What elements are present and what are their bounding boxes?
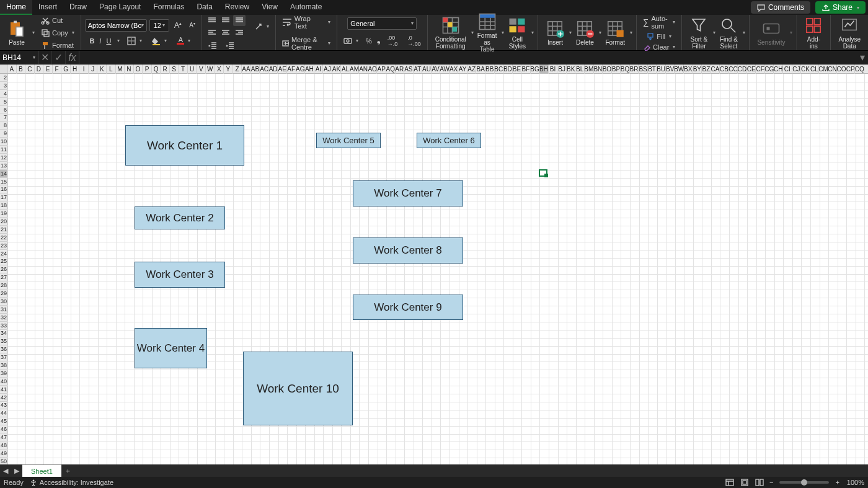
column-header[interactable]: CQ	[855, 64, 864, 74]
column-header[interactable]: CB	[720, 64, 729, 74]
row-header[interactable]: 39	[0, 370, 7, 378]
increase-decimal-button[interactable]: .00→.0	[385, 33, 401, 48]
column-header[interactable]: BP	[612, 64, 621, 74]
column-header[interactable]: W	[206, 64, 215, 74]
row-header[interactable]: 28	[0, 282, 7, 290]
align-top-center-button[interactable]	[219, 15, 232, 26]
align-top-right-button[interactable]	[233, 15, 246, 26]
row-header[interactable]: 15	[0, 178, 7, 186]
chevron-down-icon[interactable]: ▾	[743, 30, 745, 35]
column-header[interactable]: BG	[531, 64, 540, 74]
column-header[interactable]: I	[79, 64, 89, 74]
column-header[interactable]: T	[179, 64, 188, 74]
decrease-font-button[interactable]: A▾	[187, 20, 198, 30]
column-header[interactable]: A	[7, 64, 17, 74]
sheet-tab-active[interactable]: Sheet1	[22, 464, 61, 477]
menu-tab-data[interactable]: Data	[190, 0, 218, 15]
row-header[interactable]: 38	[0, 362, 7, 370]
column-header[interactable]: CJ	[792, 64, 802, 74]
column-header[interactable]: AB	[251, 64, 260, 74]
column-header[interactable]: L	[107, 64, 116, 74]
column-header[interactable]: CF	[756, 64, 765, 74]
shape-work-center[interactable]: Work Center 6	[417, 133, 481, 148]
column-header[interactable]: BU	[657, 64, 666, 74]
column-header[interactable]: CC	[729, 64, 738, 74]
view-page-break-button[interactable]	[753, 477, 766, 487]
row-header[interactable]: 7	[0, 113, 7, 122]
format-as-table-button[interactable]: Format as Table	[474, 12, 501, 53]
row-header[interactable]: 10	[0, 138, 7, 146]
column-header[interactable]: AL	[341, 64, 350, 74]
column-header[interactable]: X	[215, 64, 224, 74]
row-header[interactable]: 25	[0, 257, 7, 265]
currency-button[interactable]: ▾	[341, 35, 361, 47]
column-header[interactable]: F	[53, 64, 62, 74]
delete-cells-button[interactable]: Delete	[572, 19, 598, 46]
add-sheet-button[interactable]: ＋	[61, 464, 75, 477]
insert-function-button[interactable]: fx	[66, 51, 79, 64]
column-header[interactable]: CP	[846, 64, 856, 74]
column-header[interactable]: AJ	[323, 64, 332, 74]
row-header[interactable]: 2	[0, 74, 7, 82]
column-header[interactable]: AM	[350, 64, 360, 74]
addins-button[interactable]: Add-ins	[800, 16, 826, 50]
row-header[interactable]: 6	[0, 106, 7, 114]
column-header[interactable]: CI	[783, 64, 792, 74]
select-all-cell[interactable]	[0, 64, 7, 74]
cell-styles-button[interactable]: Cell Styles	[504, 16, 530, 50]
row-header[interactable]: 48	[0, 441, 7, 450]
column-header[interactable]: AC	[260, 64, 269, 74]
row-header[interactable]: 33	[0, 322, 7, 330]
column-header[interactable]: BT	[648, 64, 657, 74]
cut-button[interactable]: Cut	[38, 15, 77, 26]
fill-button[interactable]: Fill ▾	[644, 32, 674, 42]
percent-button[interactable]: %	[366, 37, 372, 45]
column-header[interactable]: AQ	[386, 64, 396, 74]
sort-filter-button[interactable]: Sort & Filter	[686, 16, 712, 50]
sheet-nav-prev-button[interactable]: ◀	[0, 464, 11, 477]
column-header[interactable]: CN	[828, 64, 838, 74]
column-header[interactable]: Z	[233, 64, 242, 74]
column-header[interactable]: AU	[422, 64, 432, 74]
row-header[interactable]: 49	[0, 450, 7, 458]
column-header[interactable]: BY	[693, 64, 702, 74]
column-header[interactable]: BM	[585, 64, 594, 74]
row-header[interactable]: 40	[0, 378, 7, 386]
increase-font-button[interactable]: A▴	[172, 19, 185, 31]
shape-work-center[interactable]: Work Center 2	[135, 206, 225, 229]
row-header[interactable]: 34	[0, 330, 7, 338]
row-header[interactable]: 19	[0, 210, 7, 218]
row-header[interactable]: 4	[0, 90, 7, 98]
paste-button[interactable]: Paste	[4, 19, 30, 46]
increase-indent-button[interactable]	[223, 41, 237, 51]
column-header[interactable]: AW	[440, 64, 450, 74]
borders-button[interactable]: ▾	[125, 35, 144, 47]
insert-cells-button[interactable]: Insert	[542, 19, 568, 46]
row-header[interactable]: 30	[0, 298, 7, 306]
column-header[interactable]: AX	[450, 64, 459, 74]
row-header[interactable]: 35	[0, 337, 7, 345]
column-header[interactable]: AH	[305, 64, 314, 74]
column-header[interactable]: J	[89, 64, 98, 74]
column-header[interactable]: BQ	[621, 64, 630, 74]
column-header[interactable]: O	[134, 64, 143, 74]
row-header[interactable]: 29	[0, 290, 7, 298]
analyse-data-button[interactable]: Analyse Data	[835, 16, 864, 50]
column-header[interactable]: B	[17, 64, 26, 74]
column-header[interactable]: M	[116, 64, 125, 74]
column-header[interactable]: CK	[801, 64, 810, 74]
fill-handle[interactable]	[544, 174, 548, 177]
menu-tab-formulas[interactable]: Formulas	[147, 0, 190, 15]
row-header[interactable]: 18	[0, 202, 7, 210]
column-header[interactable]: BN	[594, 64, 603, 74]
row-header[interactable]: 23	[0, 242, 7, 250]
italic-button[interactable]: I	[99, 37, 101, 45]
column-header[interactable]: BW	[675, 64, 684, 74]
copy-button[interactable]: Copy ▾	[38, 27, 77, 38]
row-header[interactable]: 21	[0, 226, 7, 234]
column-header[interactable]: BH	[539, 64, 549, 74]
format-painter-button[interactable]: Format	[38, 40, 77, 51]
row-header[interactable]: 43	[0, 402, 7, 410]
row-header[interactable]: 20	[0, 218, 7, 226]
sheet-nav-next-button[interactable]: ▶	[11, 464, 22, 477]
